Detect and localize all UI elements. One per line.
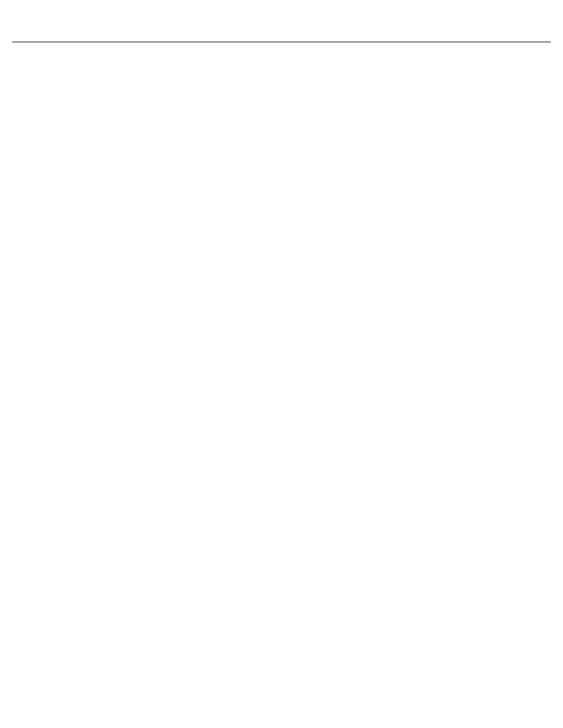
page-top-rule [12,42,551,42]
